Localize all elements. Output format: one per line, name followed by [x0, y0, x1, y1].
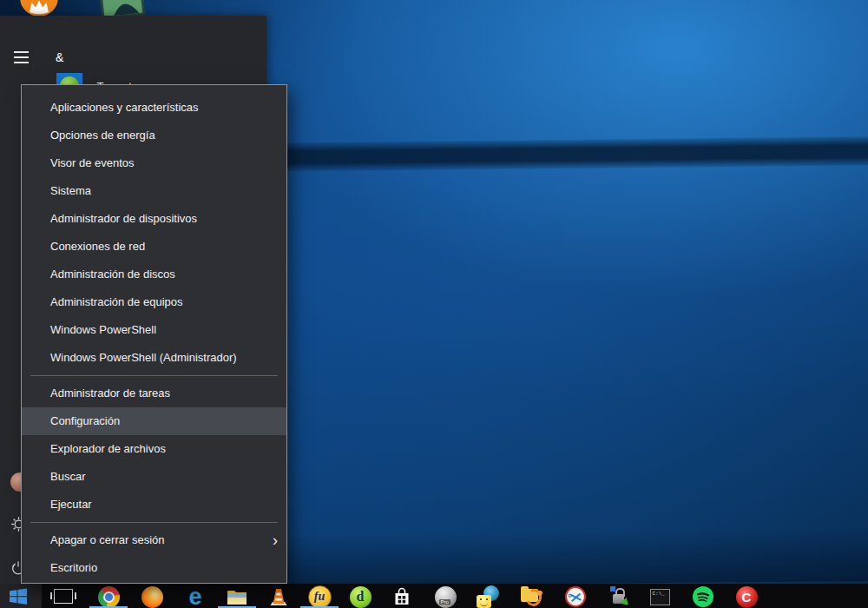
- task-view-icon: [54, 589, 73, 604]
- vlc-icon[interactable]: [266, 585, 291, 608]
- menu-item-disk-management[interactable]: Administración de discos: [22, 261, 286, 288]
- menu-item-shutdown-signout[interactable]: Apagar o cerrar sesión ›: [22, 526, 286, 554]
- start-button[interactable]: [8, 586, 29, 608]
- lock-downloader-icon[interactable]: [607, 585, 631, 608]
- spotify-icon[interactable]: [691, 585, 715, 608]
- command-prompt-icon[interactable]: C:\_: [648, 585, 672, 608]
- submenu-chevron-icon: ›: [273, 526, 278, 554]
- menu-item-computer-management[interactable]: Administración de equipos: [22, 288, 286, 316]
- menu-item-event-viewer[interactable]: Visor de eventos: [22, 149, 286, 177]
- chrome-icon[interactable]: [96, 585, 121, 608]
- menu-separator: [30, 522, 278, 523]
- earth-globe-pro-icon[interactable]: Pro: [433, 585, 457, 608]
- menu-item-task-manager[interactable]: Administrador de tareas: [22, 380, 286, 407]
- windows-logo-icon: [8, 586, 29, 607]
- edge-icon[interactable]: e: [183, 585, 207, 608]
- green-swirl-app-icon[interactable]: d: [348, 585, 372, 608]
- orange-crown-icon: [19, 0, 59, 17]
- windows-desktop: & µ µTorrent Aplicacion: [0, 0, 868, 608]
- menu-item-file-explorer[interactable]: Explorador de archivos: [22, 435, 286, 463]
- menu-item-run[interactable]: Ejecutar: [22, 491, 286, 519]
- disc-scissors-cutter-icon[interactable]: [563, 585, 588, 608]
- task-view-button[interactable]: [54, 589, 73, 604]
- wallpaper-bottom-shade: [260, 529, 868, 586]
- hamburger-menu-icon[interactable]: [14, 51, 29, 63]
- ccleaner-icon[interactable]: C: [734, 585, 759, 608]
- winx-menu: Aplicaciones y características Opciones …: [21, 84, 287, 584]
- file-explorer-icon[interactable]: [225, 585, 249, 608]
- menu-item-system[interactable]: Sistema: [22, 177, 286, 205]
- menu-item-power-options[interactable]: Opciones de energía: [22, 122, 286, 149]
- orange-crown-desktop-icon[interactable]: [19, 0, 59, 17]
- shutdown-label: Apagar o cerrar sesión: [50, 526, 165, 554]
- smiley-globe-mail-icon[interactable]: [476, 585, 500, 608]
- menu-item-settings[interactable]: Configuración: [22, 407, 286, 435]
- gold-coin-app-icon[interactable]: fu: [307, 585, 332, 608]
- menu-item-powershell-admin[interactable]: Windows PowerShell (Administrador): [22, 344, 286, 372]
- firefox-icon[interactable]: [140, 585, 164, 608]
- microsoft-store-icon[interactable]: [390, 585, 414, 608]
- menu-item-powershell[interactable]: Windows PowerShell: [22, 316, 286, 344]
- app-list-section-header: &: [56, 50, 63, 64]
- taskbar: e fu d: [0, 584, 868, 608]
- menu-item-apps-features[interactable]: Aplicaciones y características: [22, 94, 286, 122]
- menu-item-search[interactable]: Buscar: [22, 463, 286, 491]
- menu-item-desktop[interactable]: Escritorio: [22, 554, 286, 582]
- folder-worm-app-icon[interactable]: [519, 585, 543, 608]
- menu-separator: [30, 375, 278, 376]
- menu-item-network-connections[interactable]: Conexiones de red: [22, 233, 286, 261]
- menu-item-device-manager[interactable]: Administrador de dispositivos: [22, 205, 286, 233]
